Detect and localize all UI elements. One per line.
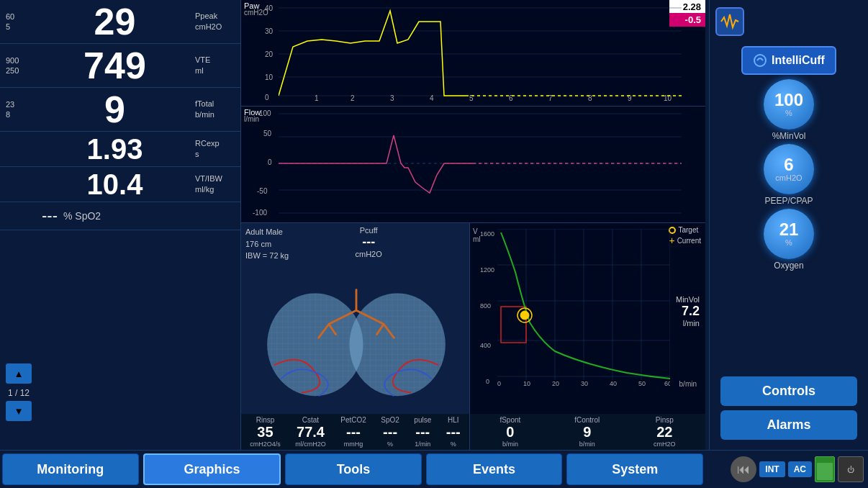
stat-value-HLI: --- (446, 424, 461, 440)
svg-text:50: 50 (638, 380, 646, 387)
svg-text:60: 60 (664, 380, 670, 387)
lung-stat-petco2: PetCO2 --- mmHg (340, 416, 366, 448)
ac-mode-button[interactable]: AC (788, 461, 812, 477)
stat-label-HLI: HLI (448, 416, 459, 424)
vital-unit-rcexp: RCexps (195, 138, 235, 161)
bottom-right-controls: ⏮ INT AC ⏻ (705, 450, 868, 488)
scatter-stat-unit-fSpont: b/min (502, 440, 518, 448)
vital-row-vte: 900 250 749 VTEml (0, 44, 240, 88)
svg-text:3: 3 (390, 94, 394, 101)
nav-tab-tools[interactable]: Tools (285, 453, 422, 485)
flow-y-100: 100 (259, 109, 271, 117)
indicator-unit-peep: cmH2O (775, 173, 802, 182)
svg-text:4: 4 (430, 94, 434, 101)
lung-svg (256, 256, 457, 399)
scatter-y-800: 800 (480, 302, 491, 309)
nav-up-button[interactable]: ▲ (6, 363, 32, 384)
indicator-oxygen[interactable]: 21 % (764, 209, 814, 259)
scatter-stat-fcontrol: fControl 9 b/min (574, 416, 600, 448)
vital-value-vtibw: 10.4 (35, 170, 195, 199)
stat-unit-SpO2: % (387, 440, 393, 448)
vital-value-vte: 749 (35, 47, 195, 84)
scatter-stat-value-Pinsp: 22 (656, 424, 672, 440)
stat-label-Cstat: Cstat (302, 416, 319, 424)
lung-stat-pulse: pulse --- 1/min (414, 416, 431, 448)
nav-tab-events[interactable]: Events (426, 453, 563, 485)
indicator-label-minvol: %MinVol (772, 131, 806, 141)
scatter-y-1600: 1600 (480, 230, 494, 238)
vital-row-rcexp: 1.93 RCexps (0, 132, 240, 167)
vital-limits-vte: 900 250 (6, 55, 35, 76)
scatter-stat-fspont: fSpont 0 b/min (499, 416, 520, 448)
indicator-wrapper-minvol: 100 % %MinVol (764, 79, 814, 141)
vital-unit-ftotal: fTotalb/min (195, 99, 235, 121)
rewind-button[interactable]: ⏮ (731, 456, 756, 482)
scatter-stat-unit-fControl: b/min (579, 440, 595, 448)
scatter-panel: Target + Current MinVol 7.2 l/min Vml 16… (470, 223, 705, 450)
vital-value-ftotal: 9 (35, 91, 195, 128)
flow-y-0: 0 (268, 158, 272, 166)
right-indicators: 100 % %MinVol 6 cmH2O PEEP/CPAP 21 % Oxy… (764, 79, 814, 274)
patient-height: 176 cm (245, 238, 289, 250)
lung-stat-rinsp: Rinsp 35 cmH2O4/s (250, 416, 281, 448)
indicator-value-peep: 6 (784, 156, 793, 173)
flow-y-50: 50 (263, 130, 271, 137)
svg-text:2: 2 (351, 94, 355, 101)
stat-value-Cstat: 77.4 (297, 424, 325, 440)
pcuff-label: Pcuff (356, 226, 382, 235)
paw-y-20: 20 (265, 50, 273, 58)
center-bottom-area: Adult Male 176 cm IBW = 72 kg Pcuff --- … (241, 223, 705, 450)
scatter-stat-unit-Pinsp: cmH2O (654, 440, 676, 448)
stat-unit-PetCO2: mmHg (344, 440, 363, 448)
vital-value-ppeak: 29 (35, 3, 195, 40)
lung-stat-spo2: SpO2 --- % (381, 416, 399, 448)
int-mode-button[interactable]: INT (759, 461, 785, 477)
scatter-y-400: 400 (480, 342, 491, 349)
vital-row-ftotal: 23 8 9 fTotalb/min (0, 88, 240, 132)
svg-point-45 (520, 311, 529, 320)
power-icon[interactable]: ⏻ (838, 456, 864, 482)
scatter-y-1200: 1200 (480, 266, 494, 274)
intellicuff-label: IntelliCuff (772, 54, 825, 67)
svg-text:10: 10 (523, 380, 530, 387)
page-nav: ▲ 1 / 12 ▼ (6, 363, 32, 421)
bottom-nav: MonitoringGraphicsToolsEventsSystem (0, 450, 705, 488)
scatter-stats-row: fSpont 0 b/min fControl 9 b/min Pinsp 22… (470, 414, 705, 450)
stat-label-Rinsp: Rinsp (256, 416, 275, 424)
scatter-y-label: Vml (473, 227, 481, 243)
indicator-minvol[interactable]: 100 % (764, 79, 814, 130)
nav-tab-monitoring[interactable]: Monitoring (2, 453, 139, 485)
scatter-svg: 0 10 20 30 40 50 60 (497, 229, 670, 387)
svg-text:30: 30 (581, 380, 588, 387)
nav-tab-system[interactable]: System (566, 453, 703, 485)
stat-unit-Cstat: ml/cmH2O (295, 440, 326, 448)
battery-icon (815, 456, 835, 482)
waveform-icon-btn[interactable] (715, 7, 744, 36)
lung-stat-cstat: Cstat 77.4 ml/cmH2O (295, 416, 326, 448)
pcuff-info: Pcuff --- cmH2O (356, 226, 382, 258)
vital-row-ppeak: 60 5 29 PpeakcmH2O (0, 0, 240, 44)
intellicuff-button[interactable]: IntelliCuff (741, 46, 836, 75)
paw-y-0: 0 (265, 94, 269, 101)
vital-unit-ppeak: PpeakcmH2O (195, 11, 235, 33)
vital-row-vtibw: 10.4 VT/IBWml/kg (0, 167, 240, 202)
indicator-wrapper-peep: 6 cmH2O PEEP/CPAP (764, 144, 814, 206)
scatter-stat-pinsp: Pinsp 22 cmH2O (654, 416, 676, 448)
stat-label-SpO2: SpO2 (381, 416, 399, 424)
vital-unit-vtibw: VT/IBWml/kg (195, 173, 235, 196)
flow-svg (279, 110, 682, 217)
nav-tab-graphics[interactable]: Graphics (143, 453, 281, 485)
controls-button[interactable]: Controls (720, 376, 857, 406)
svg-text:0: 0 (497, 380, 501, 387)
scatter-y-0-label: 0 (486, 378, 489, 385)
indicator-peep[interactable]: 6 cmH2O (764, 144, 814, 194)
stat-unit-Rinsp: cmH2O4/s (250, 440, 281, 448)
vital-unit-vte: VTEml (195, 55, 235, 77)
indicator-unit-minvol: % (785, 109, 792, 117)
alarms-button[interactable]: Alarms (720, 410, 857, 440)
nav-down-button[interactable]: ▼ (6, 401, 32, 421)
right-top-bar (710, 7, 868, 42)
stat-value-PetCO2: --- (346, 424, 361, 440)
indicator-value-oxygen: 21 (779, 221, 799, 238)
stat-value-Rinsp: 35 (257, 424, 273, 440)
